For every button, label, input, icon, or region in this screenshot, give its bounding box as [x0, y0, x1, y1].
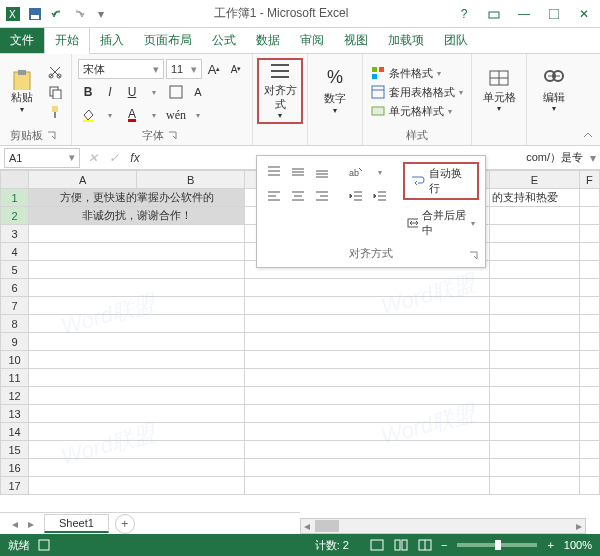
tab-team[interactable]: 团队: [434, 28, 478, 53]
cell[interactable]: [29, 351, 245, 369]
sheet-tab-1[interactable]: Sheet1: [44, 514, 109, 533]
phonetic-dropdown[interactable]: ▾: [188, 105, 208, 125]
row-header-1[interactable]: 1: [1, 189, 29, 207]
cell[interactable]: [29, 459, 245, 477]
cell[interactable]: [579, 225, 599, 243]
decrease-indent-button[interactable]: [345, 186, 367, 206]
cell[interactable]: [579, 369, 599, 387]
cell[interactable]: [579, 459, 599, 477]
col-header-b[interactable]: B: [137, 171, 245, 189]
row-header[interactable]: 12: [1, 387, 29, 405]
cells-button[interactable]: 单元格 ▾: [476, 58, 522, 124]
paste-button[interactable]: 粘贴 ▾: [6, 70, 38, 114]
cell[interactable]: [489, 261, 579, 279]
font-color-button[interactable]: A: [122, 105, 142, 125]
align-middle-button[interactable]: [287, 162, 309, 182]
cell[interactable]: [29, 261, 245, 279]
copy-button[interactable]: [45, 83, 65, 101]
tab-home[interactable]: 开始: [44, 27, 90, 54]
cell[interactable]: [489, 315, 579, 333]
cell[interactable]: [489, 333, 579, 351]
name-box[interactable]: A1 ▾: [4, 148, 80, 168]
cell[interactable]: [29, 243, 245, 261]
cell[interactable]: [29, 387, 245, 405]
cell[interactable]: [29, 225, 245, 243]
qat-dropdown-icon[interactable]: ▾: [92, 5, 110, 23]
tab-view[interactable]: 视图: [334, 28, 378, 53]
cell[interactable]: [579, 423, 599, 441]
conditional-format-button[interactable]: 条件格式▾: [369, 65, 465, 82]
zoom-out-button[interactable]: −: [437, 539, 451, 551]
scroll-thumb[interactable]: [315, 520, 339, 532]
cell[interactable]: [29, 477, 245, 495]
row-header[interactable]: 16: [1, 459, 29, 477]
tab-insert[interactable]: 插入: [90, 28, 134, 53]
cell[interactable]: [245, 405, 489, 423]
cell[interactable]: [245, 423, 489, 441]
maximize-icon[interactable]: [542, 4, 566, 24]
close-icon[interactable]: ✕: [572, 4, 596, 24]
tab-file[interactable]: 文件: [0, 28, 44, 53]
font-size-select[interactable]: 11▾: [166, 59, 202, 79]
formula-expand-icon[interactable]: ▾: [590, 151, 596, 165]
minimize-icon[interactable]: ―: [512, 4, 536, 24]
col-header-e[interactable]: E: [489, 171, 579, 189]
row-header-2[interactable]: 2: [1, 207, 29, 225]
cell[interactable]: [489, 441, 579, 459]
cell[interactable]: [489, 405, 579, 423]
cell-styles-button[interactable]: 单元格样式▾: [369, 103, 465, 120]
cell[interactable]: [579, 261, 599, 279]
border-button[interactable]: [166, 82, 186, 102]
col-header-f[interactable]: F: [579, 171, 599, 189]
tab-page-layout[interactable]: 页面布局: [134, 28, 202, 53]
cell[interactable]: [579, 477, 599, 495]
zoom-slider[interactable]: [457, 543, 537, 547]
cell[interactable]: [579, 315, 599, 333]
undo-icon[interactable]: [48, 5, 66, 23]
cell[interactable]: [489, 279, 579, 297]
cell[interactable]: [29, 441, 245, 459]
align-center-button[interactable]: [287, 186, 309, 206]
row-header[interactable]: 8: [1, 315, 29, 333]
row-header[interactable]: 7: [1, 297, 29, 315]
align-left-button[interactable]: [263, 186, 285, 206]
ribbon-options-icon[interactable]: [482, 4, 506, 24]
cell[interactable]: [29, 333, 245, 351]
cell[interactable]: [579, 405, 599, 423]
font-color-dropdown[interactable]: ▾: [144, 105, 164, 125]
cell[interactable]: [579, 279, 599, 297]
cell[interactable]: [489, 459, 579, 477]
decrease-font-button[interactable]: A▾: [226, 59, 246, 79]
cell[interactable]: [489, 369, 579, 387]
cell[interactable]: [489, 297, 579, 315]
cell-a2[interactable]: 非诚勿扰，谢谢合作！: [29, 207, 245, 225]
tab-review[interactable]: 审阅: [290, 28, 334, 53]
cell[interactable]: [29, 297, 245, 315]
italic-button[interactable]: I: [100, 82, 120, 102]
help-icon[interactable]: ?: [452, 4, 476, 24]
cell[interactable]: [245, 477, 489, 495]
cell-f2[interactable]: [579, 207, 599, 225]
tab-addins[interactable]: 加载项: [378, 28, 434, 53]
orientation-button[interactable]: ab: [345, 162, 367, 182]
row-header[interactable]: 13: [1, 405, 29, 423]
cell[interactable]: [579, 243, 599, 261]
cell[interactable]: [579, 351, 599, 369]
align-right-button[interactable]: [311, 186, 333, 206]
row-header[interactable]: 5: [1, 261, 29, 279]
cell[interactable]: [579, 297, 599, 315]
merge-center-button[interactable]: 合并后居中 ▾: [403, 206, 479, 240]
phonetic-button[interactable]: A: [188, 82, 208, 102]
normal-view-button[interactable]: [366, 537, 388, 553]
tab-formulas[interactable]: 公式: [202, 28, 246, 53]
cell[interactable]: [245, 351, 489, 369]
row-header[interactable]: 6: [1, 279, 29, 297]
wrap-text-button[interactable]: 自动换行: [403, 162, 479, 200]
cell[interactable]: [489, 351, 579, 369]
font-launcher-icon[interactable]: [168, 131, 180, 143]
cell[interactable]: [245, 441, 489, 459]
fill-color-button[interactable]: [78, 105, 98, 125]
cell[interactable]: [489, 225, 579, 243]
horizontal-scrollbar[interactable]: ◂ ▸: [300, 518, 586, 534]
page-layout-view-button[interactable]: [390, 537, 412, 553]
